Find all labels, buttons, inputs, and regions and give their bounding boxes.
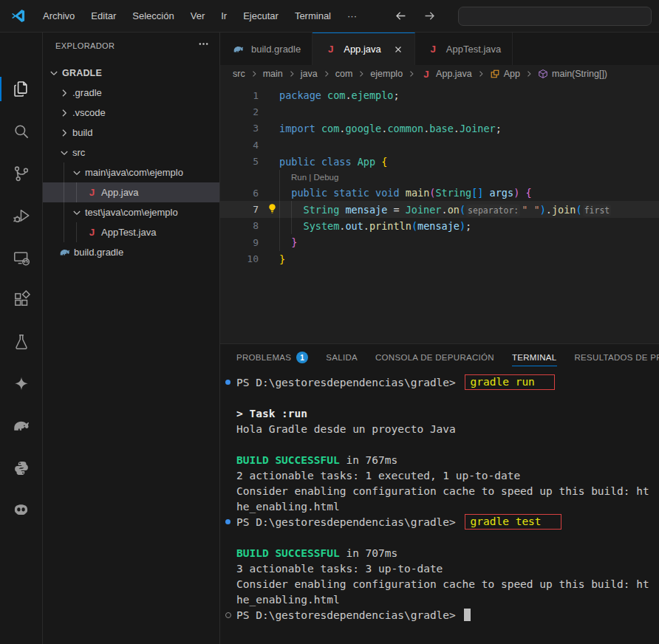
panel-tab-label: CONSOLA DE DEPURACIÓN	[375, 353, 494, 362]
source-control-icon	[12, 164, 31, 183]
more-actions-icon[interactable]	[198, 38, 209, 52]
lightbulb-icon[interactable]	[267, 203, 278, 216]
line-number: 2	[220, 106, 259, 117]
tree-item-main-java-com-ejemplo[interactable]: main\java\com\ejemplo	[43, 162, 219, 182]
tab-app-java[interactable]: JApp.java	[313, 32, 415, 65]
panel-tab-resultados-de-pruebas[interactable]: RESULTADOS DE PRUEBAS	[575, 344, 659, 371]
breadcrumb-com[interactable]: com	[335, 69, 353, 79]
java-file-icon: J	[85, 187, 99, 198]
command-center-search-box[interactable]	[458, 7, 652, 26]
code-token	[352, 156, 358, 168]
terminal-text: PS D:\gestoresdependencias\gradle>	[236, 377, 462, 388]
activity-github-copilot[interactable]	[0, 489, 42, 531]
indent-guide	[291, 218, 292, 234]
code-editor[interactable]: 1package com.ejemplo;23import com.google…	[220, 83, 659, 343]
workbench: EXPLORADOR GRADLE.gradle.vscodebuildsrcm…	[0, 32, 659, 644]
tree-item-app-java[interactable]: JApp.java	[43, 182, 219, 202]
java-file-icon: J	[426, 44, 440, 55]
code-line-9[interactable]: 9 }	[220, 234, 659, 250]
breadcrumb-main[interactable]: main	[263, 69, 283, 79]
activity-extensions[interactable]	[0, 278, 42, 321]
code-line-7[interactable]: 7 String mensaje = Joiner.on(separator:"…	[220, 201, 659, 217]
close-icon[interactable]	[393, 44, 403, 55]
breadcrumb-main-string[interactable]: main(String[])	[538, 69, 607, 79]
code-token: ;	[496, 123, 502, 134]
code-token: mensaje	[417, 220, 460, 232]
tab-build-gradle[interactable]: build.gradle	[220, 32, 313, 65]
menu-item-archivo[interactable]: Archivo	[35, 7, 83, 25]
breadcrumb: srcmainjavacomejemploJApp.javaAppmain(St…	[220, 65, 659, 83]
breadcrumb-src[interactable]: src	[233, 69, 245, 79]
code-line-2[interactable]: 2	[220, 103, 659, 120]
code-line-5[interactable]: 5public class App {	[220, 154, 659, 170]
activity-gradle[interactable]	[0, 405, 42, 447]
activity-remote-explorer[interactable]	[0, 236, 42, 278]
vscode-logo-icon	[10, 8, 26, 24]
breadcrumb-app[interactable]: App	[490, 69, 520, 79]
menu-item-ir[interactable]: Ir	[213, 7, 235, 25]
tree-item-build[interactable]: build	[43, 123, 219, 143]
breadcrumb-app-java[interactable]: JApp.java	[420, 69, 472, 80]
back-arrow-icon[interactable]	[395, 10, 407, 22]
bottom-panel: PROBLEMAS1SALIDACONSOLA DE DEPURACIÓNTER…	[220, 343, 659, 644]
activity-explorer[interactable]	[0, 68, 42, 110]
tree-item-gradle[interactable]: GRADLE	[43, 63, 219, 83]
breadcrumb-label: App.java	[436, 69, 472, 79]
terminal-text: 2 actionable tasks: 1 executed, 1 up-to-…	[236, 470, 520, 482]
menu-item-selecci-n[interactable]: Selección	[124, 7, 182, 25]
panel-tab-terminal[interactable]: TERMINAL	[512, 344, 557, 371]
activity-python[interactable]	[0, 447, 42, 489]
line-number: 3	[220, 123, 259, 134]
code-token: (	[460, 204, 465, 216]
code-token: void	[375, 187, 400, 199]
breadcrumb-java[interactable]: java	[301, 69, 318, 79]
code-line-4[interactable]: 4	[220, 137, 659, 153]
tree-item-gradle[interactable]: .gradle	[43, 83, 219, 103]
panel-tab-salida[interactable]: SALIDA	[326, 344, 358, 371]
menu-item-ejecutar[interactable]: Ejecutar	[235, 7, 287, 25]
terminal-output[interactable]: PS D:\gestoresdependencias\gradle> gradl…	[220, 371, 659, 644]
panel-tab-consola-de-depuraci-n[interactable]: CONSOLA DE DEPURACIÓN	[375, 344, 494, 371]
tree-item-vscode[interactable]: .vscode	[43, 103, 219, 123]
code-line-6[interactable]: 6 public static void main(String[] args)…	[220, 185, 659, 201]
code-line-8[interactable]: 8 System.out.println(mensaje);	[220, 218, 659, 234]
code-line-10[interactable]: 10}	[220, 251, 659, 267]
history-nav	[395, 10, 436, 22]
terminal-line-16: PS D:\gestoresdependencias\gradle>	[220, 607, 659, 623]
menu-item-ver[interactable]: Ver	[182, 7, 214, 25]
testing-beaker-icon	[12, 332, 31, 352]
line-number: 8	[220, 220, 259, 231]
indent-guide	[279, 218, 280, 234]
code-line-text: }	[279, 236, 297, 248]
forward-arrow-icon[interactable]	[423, 10, 436, 22]
activity-run-and-debug[interactable]	[0, 194, 42, 236]
terminal-line-10: PS D:\gestoresdependencias\gradle> gradl…	[220, 514, 659, 530]
activity-copilot-chat[interactable]	[0, 363, 42, 405]
panel-tab-problemas[interactable]: PROBLEMAS1	[236, 344, 308, 371]
code-line-text: import com.google.common.base.Joiner;	[279, 123, 502, 134]
inlay-hint: first	[583, 205, 612, 216]
menu-item-more[interactable]: ···	[339, 7, 365, 25]
activity-search[interactable]	[0, 110, 42, 152]
breadcrumb-ejemplo[interactable]: ejemplo	[370, 69, 403, 79]
menu-item-editar[interactable]: Editar	[83, 7, 124, 25]
code-line-1[interactable]: 1package com.ejemplo;	[220, 87, 659, 103]
tree-item-apptest-java[interactable]: JAppTest.java	[43, 222, 219, 242]
tree-item-build-gradle[interactable]: build.gradle	[43, 242, 219, 262]
chevron-down-icon	[70, 167, 83, 179]
symbol-method-icon	[538, 69, 548, 79]
activity-source-control[interactable]	[0, 152, 42, 194]
tree-item-src[interactable]: src	[43, 143, 219, 162]
menu-item-terminal[interactable]: Terminal	[287, 7, 339, 25]
code-line-3[interactable]: 3import com.google.common.base.Joiner;	[220, 120, 659, 137]
activity-testing[interactable]	[0, 321, 42, 363]
sidebar-title: EXPLORADOR	[55, 41, 115, 50]
codelens[interactable]: Run | Debug	[220, 170, 659, 185]
terminal-line-3: > Task :run	[220, 405, 659, 421]
tree-item-label: GRADLE	[62, 68, 102, 78]
line-number: 9	[220, 237, 259, 248]
tab-apptest-java[interactable]: JAppTest.java	[415, 32, 513, 65]
symbol-java-icon: J	[420, 69, 432, 80]
tree-item-test-java-com-ejemplo[interactable]: test\java\com\ejemplo	[43, 202, 219, 222]
terminal-text: > Task :run	[236, 408, 307, 419]
